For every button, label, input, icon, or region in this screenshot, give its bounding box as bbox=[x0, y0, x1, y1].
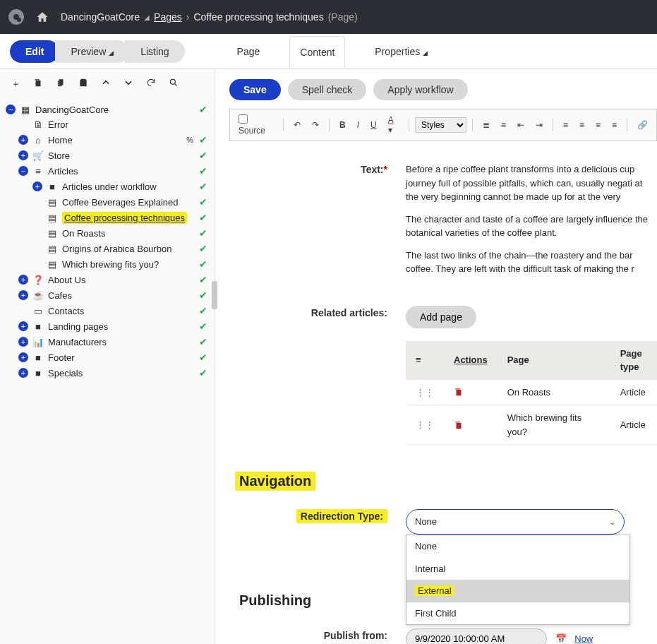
up-icon[interactable] bbox=[101, 78, 111, 90]
tree-item[interactable]: −≡Articles✔ bbox=[3, 163, 210, 179]
expand-icon[interactable]: + bbox=[18, 321, 28, 331]
save-button[interactable]: Save bbox=[229, 79, 281, 100]
chart-icon: 📊 bbox=[32, 337, 44, 347]
status-icon: ✔ bbox=[199, 367, 207, 378]
down-icon[interactable] bbox=[123, 78, 133, 90]
tab-content[interactable]: Content bbox=[289, 36, 345, 68]
cart-icon: 🛒 bbox=[32, 150, 44, 161]
align-right-icon[interactable]: ≡ bbox=[591, 118, 605, 132]
tree-root[interactable]: −▦DancingGoatCore✔ bbox=[3, 102, 210, 117]
tab-properties[interactable]: Properties ◢ bbox=[365, 36, 438, 67]
expand-icon[interactable]: + bbox=[18, 368, 28, 378]
redirection-dropdown: None Internal External First Child bbox=[406, 535, 630, 625]
home-icon[interactable] bbox=[35, 11, 49, 23]
expand-icon[interactable]: + bbox=[18, 150, 28, 160]
breadcrumb-type: (Page) bbox=[328, 11, 358, 23]
tree-item[interactable]: ▤On Roasts✔ bbox=[3, 225, 210, 241]
expand-icon[interactable]: + bbox=[18, 275, 28, 285]
status-icon: ✔ bbox=[199, 243, 207, 254]
numlist-icon[interactable]: ≣ bbox=[478, 118, 494, 132]
status-icon: ✔ bbox=[199, 212, 207, 223]
breadcrumb-pages[interactable]: Pages bbox=[154, 11, 182, 23]
workflow-button[interactable]: Apply workflow bbox=[373, 79, 467, 100]
editor-toolbar: Source ↶ ↷ B I U A ▾ Styles ≣ ≡ ⇤ ⇥ ≡ ≡ … bbox=[229, 109, 657, 141]
tab-page[interactable]: Page bbox=[227, 36, 270, 67]
drag-icon[interactable]: ⋮⋮ bbox=[416, 419, 434, 430]
delete-icon[interactable] bbox=[454, 420, 488, 430]
status-icon: ✔ bbox=[199, 321, 207, 332]
align-center-icon[interactable]: ≡ bbox=[575, 118, 589, 132]
source-checkbox[interactable] bbox=[239, 114, 248, 124]
publish-from-input[interactable] bbox=[406, 628, 547, 645]
redirection-select[interactable]: None⌄ bbox=[406, 509, 625, 535]
expand-icon[interactable]: + bbox=[18, 337, 28, 347]
textcolor-icon[interactable]: A ▾ bbox=[384, 113, 403, 137]
underline-icon[interactable]: U bbox=[366, 118, 381, 132]
tree-item[interactable]: +📊Manufacturers✔ bbox=[3, 334, 210, 350]
source-button[interactable]: Source bbox=[234, 112, 277, 138]
undo-icon[interactable]: ↶ bbox=[289, 118, 305, 132]
text-label: Text:* bbox=[229, 162, 406, 285]
indent-icon[interactable]: ⇥ bbox=[531, 118, 547, 132]
tree-item[interactable]: 🗎Error bbox=[3, 117, 210, 132]
tree-item[interactable]: ▭Contacts✔ bbox=[3, 303, 210, 318]
align-left-icon[interactable]: ≡ bbox=[559, 118, 572, 132]
article-icon: ▤ bbox=[47, 259, 58, 270]
tree-item[interactable]: ▤Coffee Beverages Explained✔ bbox=[3, 194, 210, 210]
tree-item[interactable]: +⌂Home%✔ bbox=[3, 132, 210, 148]
tree-item[interactable]: ▤Which brewing fits you?✔ bbox=[3, 256, 210, 272]
collapse-icon[interactable]: − bbox=[18, 166, 28, 176]
styles-select[interactable]: Styles bbox=[415, 117, 466, 133]
related-label: Related articles: bbox=[229, 306, 406, 446]
spellcheck-button[interactable]: Spell check bbox=[288, 79, 367, 100]
align-justify-icon[interactable]: ≡ bbox=[608, 118, 621, 132]
actions-col[interactable]: Actions bbox=[444, 341, 498, 380]
status-icon: ✔ bbox=[199, 227, 207, 239]
search-icon[interactable] bbox=[169, 78, 179, 90]
add-page-button[interactable]: Add page bbox=[406, 306, 476, 328]
refresh-icon[interactable] bbox=[146, 78, 156, 90]
add-icon[interactable]: ＋ bbox=[11, 78, 20, 90]
bullist-icon[interactable]: ≡ bbox=[497, 118, 510, 132]
tab-preview[interactable]: Preview ◢ bbox=[55, 40, 129, 63]
expand-icon[interactable]: + bbox=[32, 181, 42, 191]
collapse-icon[interactable]: − bbox=[6, 105, 16, 114]
tree-item[interactable]: +■Footer✔ bbox=[3, 350, 210, 365]
tree-item[interactable]: +🛒Store✔ bbox=[3, 148, 210, 163]
caret-icon: ◢ bbox=[144, 13, 150, 21]
tree-item[interactable]: +☕Cafes✔ bbox=[3, 287, 210, 303]
outdent-icon[interactable]: ⇤ bbox=[513, 118, 529, 132]
expand-icon[interactable]: + bbox=[18, 135, 28, 145]
tab-edit[interactable]: Edit bbox=[10, 40, 59, 63]
delete-icon[interactable] bbox=[33, 78, 43, 90]
content-tree: −▦DancingGoatCore✔ 🗎Error +⌂Home%✔ +🛒Sto… bbox=[0, 99, 215, 383]
breadcrumb-current: Coffee processing techniques bbox=[193, 11, 323, 23]
drag-icon[interactable]: ⋮⋮ bbox=[416, 387, 434, 398]
redo-icon[interactable]: ↷ bbox=[308, 118, 323, 132]
expand-icon[interactable]: + bbox=[18, 290, 28, 300]
dropdown-option[interactable]: First Child bbox=[406, 602, 629, 625]
dropdown-option-hover[interactable]: External bbox=[406, 580, 629, 602]
tree-item[interactable]: +■Specials✔ bbox=[3, 365, 210, 381]
now-link[interactable]: Now bbox=[574, 633, 593, 644]
app-logo[interactable] bbox=[8, 9, 24, 25]
card-icon: ▭ bbox=[32, 306, 44, 316]
copy-icon[interactable] bbox=[56, 78, 66, 90]
bold-icon[interactable]: B bbox=[335, 118, 350, 132]
expand-icon[interactable]: + bbox=[18, 352, 28, 362]
tree-item[interactable]: +■Landing pages✔ bbox=[3, 318, 210, 334]
tree-item[interactable]: +■Articles under workflow✔ bbox=[3, 179, 210, 194]
tree-item[interactable]: ▤Origins of Arabica Bourbon✔ bbox=[3, 241, 210, 256]
dropdown-option[interactable]: None bbox=[406, 535, 629, 558]
tab-listing[interactable]: Listing bbox=[125, 40, 184, 63]
site-name[interactable]: DancingGoatCore bbox=[61, 11, 140, 23]
tree-item[interactable]: +❓About Us✔ bbox=[3, 272, 210, 287]
italic-icon[interactable]: I bbox=[353, 118, 363, 132]
percent-icon: % bbox=[186, 136, 193, 144]
tree-item-selected[interactable]: ▤Coffee processing techniques✔ bbox=[3, 210, 210, 225]
delete-icon[interactable] bbox=[454, 387, 488, 397]
dropdown-option[interactable]: Internal bbox=[406, 558, 629, 580]
paste-icon[interactable] bbox=[78, 78, 88, 90]
link-icon[interactable]: 🔗 bbox=[633, 118, 652, 132]
calendar-icon[interactable]: 📅 bbox=[555, 633, 567, 644]
